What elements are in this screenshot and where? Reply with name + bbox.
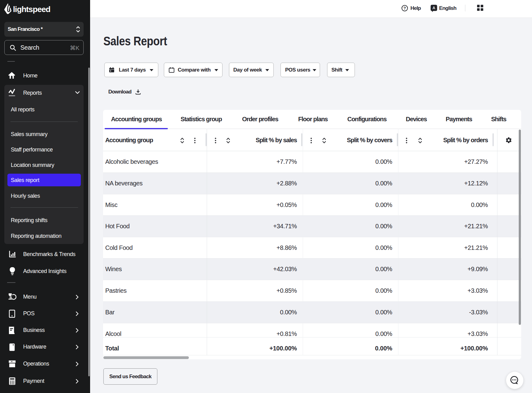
svg-text:A: A (432, 6, 435, 10)
svg-text:?: ? (404, 6, 406, 10)
